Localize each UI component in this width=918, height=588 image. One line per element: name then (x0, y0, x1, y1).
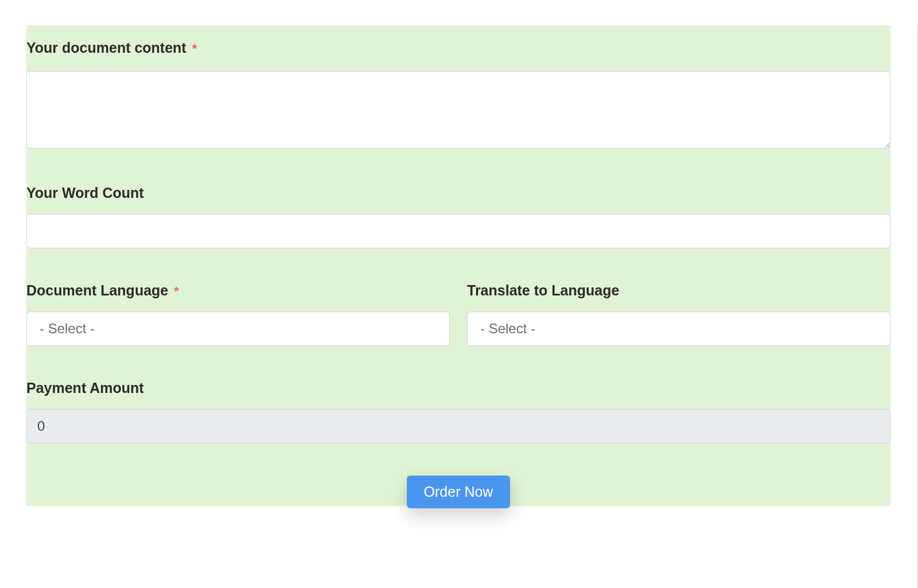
translate-to-language-select[interactable]: - Select - (467, 311, 890, 346)
group-payment-amount: Payment Amount 0 (26, 359, 890, 456)
input-wrap-payment-amount: 0 (26, 409, 890, 443)
document-language-select[interactable]: - Select - (26, 311, 450, 346)
document-content-textarea[interactable] (26, 71, 890, 149)
col-document-language: Document Language * - Select - (26, 275, 450, 346)
order-now-button[interactable]: Order Now (407, 476, 511, 508)
label-row-translate-to-language: Translate to Language (467, 275, 890, 311)
panel-inner: Your document content * Your Word Count (26, 25, 890, 506)
order-now-button-label: Order Now (424, 484, 493, 500)
page-outer: Your document content * Your Word Count (0, 25, 918, 588)
two-col-languages: Document Language * - Select - Translate… (26, 275, 890, 346)
input-wrap-document-content (26, 71, 890, 151)
select-wrap-document-language: - Select - (26, 311, 450, 346)
order-form-panel: Your document content * Your Word Count (26, 25, 890, 506)
label-translate-to-language: Translate to Language (467, 282, 619, 299)
label-document-content: Your document content (26, 39, 186, 56)
label-row-document-language: Document Language * (26, 275, 450, 311)
translate-to-language-selected-text: - Select - (480, 321, 535, 337)
required-mark-document-language: * (174, 285, 179, 298)
required-mark-document-content: * (192, 42, 197, 55)
payment-amount-value: 0 (37, 416, 45, 436)
input-wrap-word-count (26, 214, 890, 248)
label-row-word-count: Your Word Count (26, 177, 890, 214)
submit-row: Order Now (26, 456, 890, 506)
document-language-selected-text: - Select - (40, 321, 95, 337)
select-wrap-translate-to-language: - Select - (467, 311, 890, 346)
group-word-count: Your Word Count (26, 163, 890, 261)
label-row-document-content: Your document content * (26, 32, 890, 71)
payment-amount-display: 0 (26, 409, 890, 443)
label-payment-amount: Payment Amount (26, 379, 144, 396)
group-languages: Document Language * - Select - Translate… (26, 261, 890, 359)
group-document-content: Your document content * (26, 25, 890, 163)
label-row-payment-amount: Payment Amount (26, 372, 890, 409)
word-count-input[interactable] (26, 214, 890, 248)
label-word-count: Your Word Count (26, 184, 144, 201)
label-document-language: Document Language (26, 282, 168, 299)
col-translate-to-language: Translate to Language - Select - (467, 275, 890, 346)
